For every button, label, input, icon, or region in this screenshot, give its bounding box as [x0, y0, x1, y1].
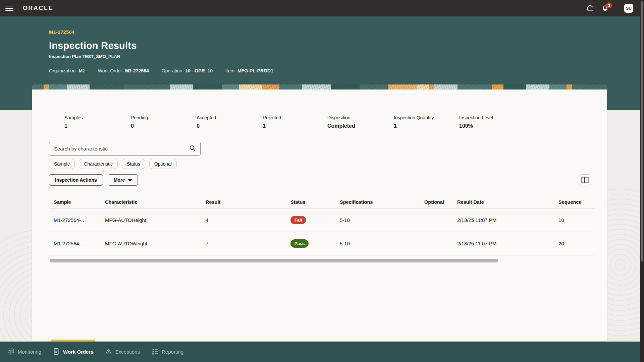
table-row[interactable]: M1-272564-… MFG-AUTOWeight 7 Pass 5-10 2…	[49, 232, 595, 255]
summary-stats-row: Samples 1 Pending 0 Accepted 0 Rejected …	[64, 115, 493, 129]
column-header-status[interactable]: Status	[286, 199, 335, 205]
column-header-result[interactable]: Result	[201, 199, 286, 205]
vertical-scrollbar[interactable]	[640, 0, 644, 362]
horizontal-scrollbar	[49, 257, 595, 264]
nav-item-exceptions[interactable]: Exceptions	[104, 342, 141, 362]
cell-specifications: 5-10	[335, 241, 420, 246]
stat-samples: Samples 1	[64, 115, 131, 129]
table-header-row: Sample Characteristic Result Status Spec…	[49, 196, 595, 208]
table-actions-row: Inspection Actions More	[49, 174, 138, 186]
page-subtitle: Inspection Plan TEST_SMO_PLAN	[49, 54, 644, 59]
top-app-bar: ORACLE 3 SU	[0, 0, 644, 16]
stat-value: 1	[263, 123, 327, 129]
stat-inspection-quantity: Inspection Quantity 1	[394, 115, 459, 129]
horizontal-scrollbar-thumb[interactable]	[50, 259, 498, 262]
inspection-results-card: Samples 1 Pending 0 Accepted 0 Rejected …	[32, 84, 607, 341]
stat-pending: Pending 0	[131, 115, 197, 129]
filter-chips-row: Sample Characteristic Status Optional	[49, 159, 177, 169]
results-table: Sample Characteristic Result Status Spec…	[49, 196, 595, 255]
filter-chip-optional[interactable]: Optional	[149, 159, 177, 169]
stat-value: 100%	[459, 123, 493, 129]
column-header-optional[interactable]: Optional	[420, 199, 452, 205]
stat-label: Inspection Quantity	[394, 115, 459, 120]
breadcrumb[interactable]: M1-272564	[49, 29, 644, 35]
stat-label: Inspection Level	[459, 115, 493, 120]
status-badge-pass: Pass	[290, 239, 309, 248]
chevron-down-icon	[128, 177, 132, 183]
cell-characteristic: MFG-AUTOHeight	[100, 217, 201, 223]
context-label: Work Order	[98, 68, 122, 73]
filter-chip-status[interactable]: Status	[122, 159, 145, 169]
cell-result: 7	[201, 241, 286, 246]
cell-result-date: 2/13/25 11:07 PM	[452, 217, 554, 223]
stat-label: Pending	[131, 115, 197, 120]
context-row: Organization M1 Work Order M1-272564 Ope…	[49, 68, 644, 73]
context-label: Organization	[49, 68, 75, 73]
stat-value: Completed	[327, 123, 394, 129]
more-button-label: More	[114, 177, 125, 183]
column-header-result-date[interactable]: Result Date	[452, 199, 554, 205]
bottom-navigation-bar: Monitoring Work Orders Exceptions	[0, 342, 644, 362]
context-value: MFG-PL-PROD1	[237, 68, 273, 73]
more-button[interactable]: More	[108, 174, 138, 186]
cell-sequence: 10	[554, 217, 595, 223]
nav-label: Work Orders	[63, 349, 94, 355]
warning-triangle-icon	[105, 348, 112, 356]
nav-item-work-orders[interactable]: Work Orders	[52, 342, 94, 362]
context-operation: Operation 10 - OPR_10	[162, 68, 213, 73]
table-row[interactable]: M1-272564-… MFG-AUTOHeight 4 Fail 5-10 2…	[49, 208, 595, 232]
hamburger-menu-icon[interactable]	[5, 6, 13, 11]
search-input[interactable]	[54, 146, 189, 152]
home-icon	[586, 4, 594, 13]
context-organization: Organization M1	[49, 68, 85, 73]
page-title: Inspection Results	[49, 40, 644, 51]
notifications-button[interactable]: 3	[601, 4, 609, 13]
column-header-sample[interactable]: Sample	[49, 199, 100, 205]
stat-value: 0	[197, 123, 263, 129]
home-button[interactable]	[586, 4, 595, 13]
context-label: Item	[225, 68, 234, 73]
nav-item-monitoring[interactable]: Monitoring	[7, 342, 42, 362]
cell-sequence: 20	[554, 241, 595, 246]
nav-item-reporting[interactable]: Reporting	[151, 342, 184, 362]
cell-result-date: 2/13/25 11:07 PM	[452, 241, 554, 246]
vertical-scrollbar-thumb[interactable]	[641, 1, 643, 261]
context-label: Operation	[162, 68, 182, 73]
user-avatar[interactable]: SU	[624, 4, 633, 13]
stat-label: Accepted	[197, 115, 263, 120]
decorative-pattern-strip	[32, 84, 607, 89]
context-item: Item MFG-PL-PROD1	[225, 68, 273, 73]
column-header-characteristic[interactable]: Characteristic	[100, 199, 201, 205]
search-box	[49, 142, 201, 156]
stat-inspection-level: Inspection Level 100%	[459, 115, 493, 129]
stat-disposition: Disposition Completed	[327, 115, 394, 129]
split-panel-toggle-button[interactable]	[579, 174, 591, 186]
nav-label: Reporting	[162, 349, 183, 355]
cell-sample[interactable]: M1-272564-…	[49, 217, 100, 223]
context-work-order: Work Order M1-272564	[98, 68, 149, 73]
cell-sample[interactable]: M1-272564-…	[49, 241, 100, 246]
cell-status: Pass	[286, 239, 335, 248]
notification-count-badge: 3	[606, 2, 612, 8]
status-badge-fail: Fail	[290, 216, 306, 224]
context-value: 10 - OPR_10	[185, 68, 213, 73]
document-list-icon	[53, 348, 60, 356]
column-header-specifications[interactable]: Specifications	[335, 199, 420, 205]
monitor-chart-icon	[7, 348, 14, 356]
filter-chip-characteristic[interactable]: Characteristic	[79, 159, 118, 169]
inspection-actions-button[interactable]: Inspection Actions	[49, 174, 103, 186]
column-header-sequence[interactable]: Sequence	[554, 199, 595, 205]
stat-label: Rejected	[263, 115, 327, 120]
search-icon[interactable]	[189, 144, 196, 153]
stat-accepted: Accepted 0	[197, 115, 263, 129]
stat-value: 1	[394, 123, 459, 129]
nav-label: Monitoring	[18, 349, 41, 355]
stat-value: 0	[131, 123, 197, 129]
filter-chip-sample[interactable]: Sample	[49, 159, 75, 169]
context-value: M1-272564	[125, 68, 149, 73]
cell-characteristic: MFG-AUTOWeight	[100, 241, 201, 246]
cell-result: 4	[201, 217, 286, 223]
topbar-right-group: 3 SU	[586, 4, 633, 13]
stat-rejected: Rejected 1	[263, 115, 327, 129]
checklist-gear-icon	[151, 348, 158, 356]
